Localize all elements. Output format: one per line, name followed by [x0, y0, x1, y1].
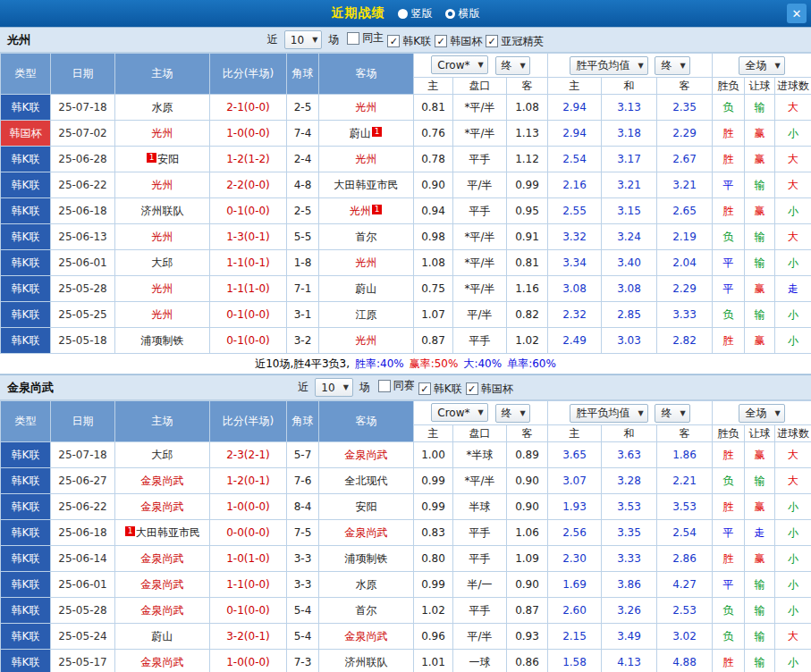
result-wdl-cell: 平	[713, 520, 745, 546]
asia-home-odds-cell: 0.99	[414, 572, 453, 598]
asia-final-select[interactable]: 终 ▼	[495, 404, 530, 423]
filter-checkbox-韩K联[interactable]: ✓韩K联	[387, 34, 431, 49]
asia-handicap-cell: 平手	[453, 198, 507, 224]
corner-cell: 7-3	[287, 650, 319, 672]
away-team-cell: 首尔	[319, 598, 414, 624]
checkbox-label: 韩K联	[434, 382, 462, 397]
score-cell: 1-2(0-1)	[210, 468, 287, 494]
chevron-down-icon: ▼	[680, 62, 685, 70]
odds-source-select[interactable]: Crow* ▼	[431, 55, 487, 74]
europe-home-odds-cell: 2.54	[548, 147, 602, 172]
europe-away-odds-cell: 2.65	[657, 198, 713, 224]
checkbox-icon[interactable]	[378, 380, 391, 392]
filter-checkbox-同赛[interactable]: 同赛	[378, 378, 415, 393]
corner-cell: 4-8	[287, 172, 319, 198]
team-name: 浦项制铁	[345, 552, 388, 565]
filter-checkbox-韩国杯[interactable]: ✓韩国杯	[435, 34, 482, 49]
asia-away-odds-cell: 0.90	[507, 468, 548, 494]
close-button[interactable]: ✕	[787, 4, 807, 23]
result-wdl-cell: 胜	[713, 494, 745, 520]
table-row: 韩K联25-06-22金泉尚武1-0(0-0)8-4安阳0.99半球0.901.…	[1, 494, 811, 520]
table-row: 韩K联25-05-25光州0-1(0-0)3-1江原1.07平/半0.822.3…	[1, 302, 811, 328]
result-goals-cell: 小	[775, 494, 811, 520]
league-type-cell: 韩K联	[1, 95, 51, 121]
europe-away-odds-cell: 2.82	[657, 328, 713, 354]
result-goals-cell: 大	[775, 95, 811, 121]
europe-draw-odds-cell: 2.85	[602, 302, 657, 328]
filter-checkbox-韩国杯[interactable]: ✓韩国杯	[466, 382, 513, 397]
europe-home-odds-cell: 1.93	[548, 494, 602, 520]
recent-count-value: 10	[291, 34, 304, 46]
league-type-cell: 韩K联	[1, 624, 51, 650]
asia-away-odds-cell: 1.08	[507, 95, 548, 121]
scope-select[interactable]: 全场 ▼	[739, 404, 784, 423]
result-wdl-cell: 平	[713, 276, 745, 302]
home-team-cell: 光州	[115, 302, 210, 328]
table-row: 韩K联25-07-18水原2-1(0-0)2-5光州0.81*平/半1.082.…	[1, 95, 811, 121]
filter-checkbox-同主[interactable]: 同主	[347, 30, 384, 46]
corner-cell: 5-7	[287, 442, 319, 468]
checkbox-icon[interactable]: ✓	[435, 35, 447, 47]
asia-home-odds-cell: 0.83	[414, 520, 453, 546]
summary-part: 大:40%	[463, 357, 502, 372]
filter-checkbox-韩K联[interactable]: ✓韩K联	[418, 382, 462, 397]
result-handicap-cell: 赢	[745, 328, 775, 354]
checkbox-icon[interactable]	[347, 32, 359, 45]
asia-handicap-cell: 半球	[453, 494, 507, 520]
subcol-asia-home: 主	[414, 425, 453, 442]
asia-home-odds-cell: 1.07	[414, 302, 453, 328]
league-type-cell: 韩K联	[1, 276, 51, 302]
result-handicap-cell: 赢	[745, 494, 775, 520]
team-name: 济州联队	[345, 656, 388, 668]
odds-source-select[interactable]: Crow* ▼	[431, 403, 487, 422]
red-card-badge: 1	[372, 205, 382, 214]
score-cell: 0-1(0-0)	[210, 198, 287, 224]
asia-odds-header: Crow* ▼ 终 ▼	[414, 54, 548, 78]
home-team-cell: 金泉尚武	[115, 598, 210, 624]
europe-odds-select[interactable]: 胜平负均值 ▼	[570, 404, 647, 423]
asia-away-odds-cell: 0.99	[507, 172, 548, 198]
team-name: 光州	[350, 205, 371, 217]
scope-select[interactable]: 全场 ▼	[739, 56, 784, 75]
asia-handicap-cell: *平/半	[453, 250, 507, 276]
checkbox-label: 同主	[362, 30, 384, 46]
date-cell: 25-06-13	[51, 224, 115, 250]
league-type-cell: 韩K联	[1, 250, 51, 276]
europe-away-odds-cell: 1.86	[657, 442, 713, 468]
asia-final-select[interactable]: 终 ▼	[495, 56, 530, 75]
games-label: 场	[328, 32, 339, 47]
team-name: 蔚山	[356, 282, 377, 295]
europe-home-odds-cell: 3.34	[548, 250, 602, 276]
checkbox-icon[interactable]: ✓	[387, 35, 400, 47]
asia-home-odds-cell: 1.01	[414, 650, 453, 672]
col-header-date: 日期	[51, 54, 115, 95]
team-name: 光州	[152, 308, 173, 321]
checkbox-icon[interactable]: ✓	[466, 382, 478, 395]
team-name: 金泉尚武	[345, 630, 388, 643]
date-cell: 25-05-17	[51, 650, 115, 672]
layout-radio-horizontal[interactable]: 横版	[445, 6, 480, 21]
europe-away-odds-cell: 3.33	[657, 302, 713, 328]
corner-cell: 3-3	[287, 572, 319, 598]
filter-checkbox-亚冠精英[interactable]: ✓亚冠精英	[486, 34, 544, 49]
league-type-cell: 韩K联	[1, 328, 51, 354]
result-handicap-cell: 输	[745, 172, 775, 198]
chevron-down-icon: ▼	[774, 62, 780, 70]
checkbox-icon[interactable]: ✓	[486, 35, 498, 47]
europe-final-value: 终	[661, 406, 672, 421]
result-wdl-cell: 负	[713, 302, 745, 328]
europe-final-select[interactable]: 终 ▼	[655, 404, 689, 423]
team-name: 全北现代	[345, 475, 388, 487]
checkbox-icon[interactable]: ✓	[418, 382, 431, 395]
layout-radio-vertical[interactable]: 竖版	[398, 6, 433, 21]
europe-final-select[interactable]: 终 ▼	[655, 56, 689, 75]
recent-count-select[interactable]: 10 ▼	[284, 30, 322, 49]
home-team-cell: 金泉尚武	[115, 494, 210, 520]
team-name: 安阳	[157, 153, 179, 165]
recent-count-select[interactable]: 10 ▼	[315, 378, 352, 397]
result-handicap-cell: 输	[745, 624, 775, 650]
summary-part: 近10场,胜4平3负3,	[255, 357, 350, 372]
team-name: 大邱	[152, 256, 173, 269]
subcol-wdl: 胜负	[713, 425, 745, 442]
europe-odds-select[interactable]: 胜平负均值 ▼	[570, 56, 647, 75]
